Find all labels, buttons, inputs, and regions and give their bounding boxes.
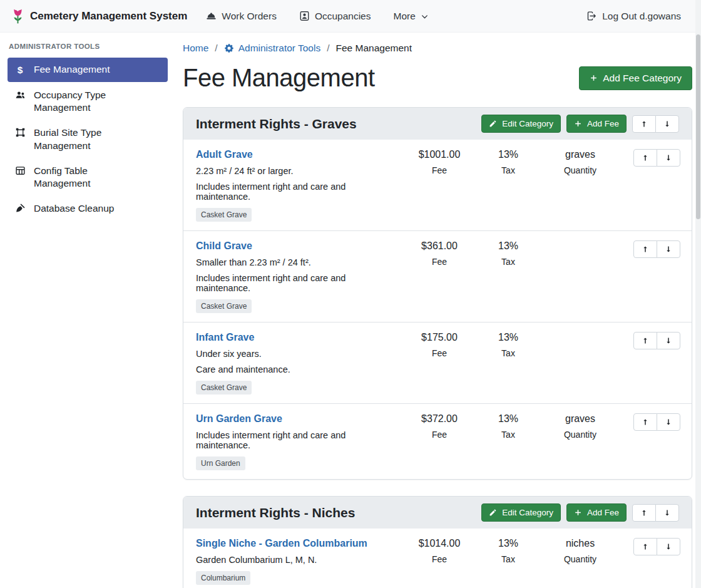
breadcrumb-home[interactable]: Home <box>183 43 208 54</box>
fee-description: Care and maintenance. <box>196 364 396 374</box>
logout-label: Log Out d.gowans <box>602 11 681 22</box>
arrow-down-icon <box>663 508 671 517</box>
arrow-down-icon <box>665 245 672 254</box>
fee-quantity: niches <box>540 538 621 549</box>
fee-move-down-button[interactable] <box>657 332 680 349</box>
category-move-down-button[interactable] <box>655 504 679 522</box>
sidebar-item-database-cleanup[interactable]: Database Cleanup <box>8 197 168 220</box>
fee-move-up-button[interactable] <box>633 538 657 555</box>
fee-type-badge: Columbarium <box>196 571 250 585</box>
fee-reorder-group <box>633 332 680 349</box>
fee-move-up-button[interactable] <box>633 332 657 349</box>
fee-type-badge: Urn Garden <box>196 456 245 470</box>
fee-move-down-button[interactable] <box>657 149 680 167</box>
fee-quantity <box>540 332 621 343</box>
fee-name-link[interactable]: Single Niche - Garden Columbarium <box>196 538 367 549</box>
fee-move-down-button[interactable] <box>657 240 680 258</box>
broom-icon <box>14 203 26 214</box>
sidebar-item-fee-management[interactable]: $ Fee Management <box>8 58 168 82</box>
add-fee-button[interactable]: Add Fee <box>566 503 627 522</box>
fee-amount-label: Fee <box>402 554 477 564</box>
logout-link[interactable]: Log Out d.gowans <box>586 11 681 22</box>
occupancies-icon <box>299 11 310 21</box>
fee-tax-label: Tax <box>477 348 540 358</box>
add-fee-button[interactable]: Add Fee <box>566 115 627 133</box>
category-reorder-group <box>632 115 679 133</box>
breadcrumb-separator: / <box>327 43 329 54</box>
fee-amount-column: $372.00 Fee <box>402 413 477 440</box>
brand[interactable]: Cemetery Management System <box>11 8 187 25</box>
fee-row: Urn Garden Grave Includes interment righ… <box>183 403 692 479</box>
sidebar-item-config-table-management[interactable]: Config Table Management <box>8 159 168 195</box>
fee-tax: 13% <box>477 332 540 343</box>
arrow-up-icon <box>642 418 649 426</box>
scrollbar-thumb[interactable] <box>696 34 700 219</box>
category-title: Interment Rights - Graves <box>196 116 357 132</box>
arrow-up-icon <box>642 336 649 345</box>
fee-tax-column: 13% Tax <box>477 538 540 564</box>
fee-tax-label: Tax <box>477 430 540 440</box>
main-content: Home / Administrator Tools / Fee Managem… <box>175 0 701 588</box>
sidebar-item-label: Burial Site Type Management <box>34 126 145 152</box>
sidebar-item-burial-site-type-management[interactable]: Burial Site Type Management <box>8 121 168 157</box>
fee-name-link[interactable]: Adult Grave <box>196 149 253 160</box>
edit-category-button[interactable]: Edit Category <box>481 115 561 133</box>
category-move-up-button[interactable] <box>632 504 656 522</box>
fee-name-link[interactable]: Child Grave <box>196 240 252 252</box>
table-icon <box>14 165 26 176</box>
arrow-down-icon <box>663 120 671 128</box>
plus-icon <box>574 120 582 128</box>
fee-row: Single Niche - Garden Columbarium Garden… <box>183 529 692 588</box>
fee-amount: $1001.00 <box>402 149 477 160</box>
edit-category-button[interactable]: Edit Category <box>481 503 561 522</box>
fee-quantity-label: Quantity <box>540 430 621 440</box>
fee-description: Under six years. <box>196 349 396 359</box>
fee-tax: 13% <box>477 413 540 425</box>
pencil-icon <box>489 120 497 128</box>
breadcrumb-current: Fee Management <box>336 43 412 54</box>
fee-row: Infant Grave Under six years. Care and m… <box>183 322 692 403</box>
breadcrumb-admin-tools[interactable]: Administrator Tools <box>224 43 321 54</box>
fee-quantity-column: graves Quantity <box>540 413 621 440</box>
fee-move-up-button[interactable] <box>633 149 657 167</box>
sign-out-icon <box>586 11 597 21</box>
fee-type-badge: Casket Grave <box>196 208 252 222</box>
vector-square-icon <box>14 127 26 138</box>
arrow-down-icon <box>665 153 672 162</box>
category-move-down-button[interactable] <box>655 115 679 133</box>
scrollbar[interactable] <box>695 0 701 588</box>
fee-name-link[interactable]: Infant Grave <box>196 332 254 343</box>
nav-work-orders-label: Work Orders <box>222 11 277 22</box>
fee-move-up-button[interactable] <box>633 240 657 258</box>
fee-reorder-group <box>633 149 680 167</box>
fee-name-link[interactable]: Urn Garden Grave <box>196 413 282 425</box>
nav-more[interactable]: More <box>394 11 429 22</box>
fee-move-down-button[interactable] <box>657 413 680 431</box>
fee-description: Includes interment right and care and ma… <box>196 273 396 293</box>
fee-quantity-column <box>540 240 621 267</box>
fee-row: Adult Grave 2.23 m² / 24 ft² or larger. … <box>183 140 692 230</box>
sidebar-item-occupancy-type-management[interactable]: Occupancy Type Management <box>8 83 168 120</box>
fee-move-down-button[interactable] <box>657 538 680 555</box>
arrow-down-icon <box>665 418 672 426</box>
nav-work-orders[interactable]: Work Orders <box>206 11 277 22</box>
tulip-logo-icon <box>11 8 24 25</box>
fee-quantity-column <box>540 332 621 358</box>
arrow-up-icon <box>642 542 649 551</box>
add-fee-category-button[interactable]: Add Fee Category <box>579 66 692 90</box>
users-icon <box>14 90 26 100</box>
nav-occupancies[interactable]: Occupancies <box>299 11 371 22</box>
fee-info: Child Grave Smaller than 2.23 m² / 24 ft… <box>196 240 402 313</box>
category-move-up-button[interactable] <box>632 115 656 133</box>
fee-row: Child Grave Smaller than 2.23 m² / 24 ft… <box>183 230 692 322</box>
nav-more-label: More <box>394 11 416 22</box>
dollar-icon: $ <box>14 64 26 76</box>
fee-quantity-label: Quantity <box>540 554 621 564</box>
sidebar-heading: ADMINISTRATOR TOOLS <box>8 40 168 58</box>
fee-amount: $361.00 <box>402 240 477 252</box>
breadcrumb: Home / Administrator Tools / Fee Managem… <box>183 41 692 58</box>
fee-reorder-group <box>633 538 680 555</box>
fee-move-up-button[interactable] <box>633 413 657 431</box>
plus-icon <box>574 508 582 517</box>
title-row: Fee Management Add Fee Category <box>183 64 692 92</box>
